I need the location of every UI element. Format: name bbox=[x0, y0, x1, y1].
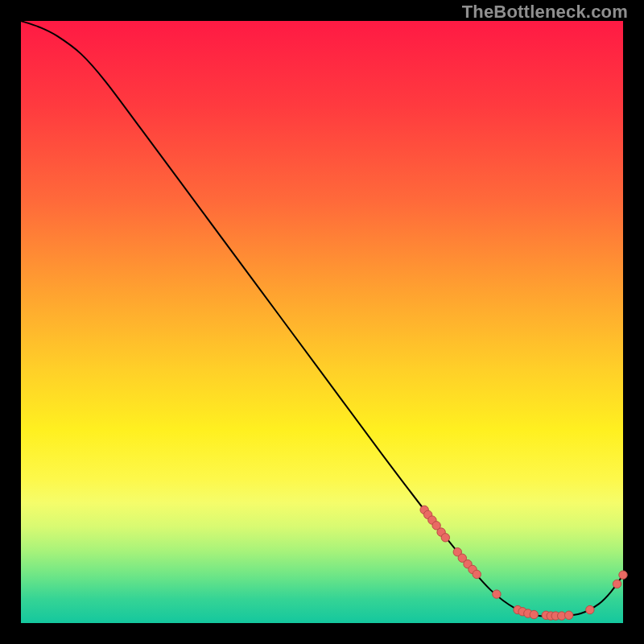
watermark-text: TheBottleneck.com bbox=[462, 2, 628, 23]
data-marker bbox=[619, 571, 627, 579]
data-marker bbox=[493, 590, 501, 598]
data-marker bbox=[473, 570, 481, 578]
chart-overlay bbox=[21, 21, 623, 623]
chart-stage: TheBottleneck.com bbox=[0, 0, 644, 644]
data-marker bbox=[564, 611, 572, 619]
data-marker bbox=[613, 580, 621, 588]
data-marker bbox=[530, 610, 538, 618]
marker-group bbox=[420, 506, 627, 620]
data-marker bbox=[586, 605, 594, 613]
data-marker bbox=[441, 534, 449, 542]
bottleneck-curve bbox=[21, 21, 623, 617]
